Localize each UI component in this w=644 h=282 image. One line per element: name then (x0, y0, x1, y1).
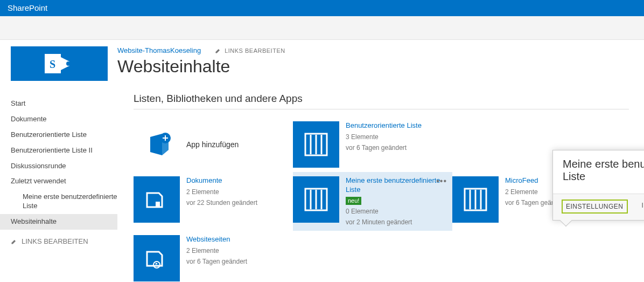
nav-item-websiteinhalte[interactable]: Websiteinhalte (0, 214, 117, 230)
new-badge: neu! (346, 197, 361, 205)
ribbon-placeholder (0, 16, 644, 40)
main-area: Website-ThomasKoeseling LINKS BEARBEITEN… (117, 40, 644, 282)
tile-dokumente[interactable]: Dokumente 2 Elemente vor 22 Stunden geän… (134, 172, 293, 231)
tile-count: 2 Elemente (186, 188, 288, 196)
library-icon (134, 176, 180, 223)
breadcrumb-site[interactable]: Website-ThomasKoeseling (117, 46, 201, 54)
callout-action-info[interactable]: INFO (639, 200, 644, 214)
nav-item-liste2[interactable]: Benutzerorientierte Liste II (11, 143, 117, 159)
left-column: S Start Dokumente Benutzerorientierte Li… (0, 40, 117, 282)
tile-count: 2 Elemente (186, 246, 288, 255)
svg-point-2 (66, 61, 71, 66)
tile-modified: vor 6 Tagen geändert (346, 143, 447, 152)
nav-item-start[interactable]: Start (11, 96, 117, 112)
topnav-edit-links[interactable]: LINKS BEARBEITEN (215, 47, 285, 54)
page-title: Websiteinhalte (117, 57, 644, 77)
nav-edit-links[interactable]: LINKS BEARBEITEN (11, 237, 117, 245)
tile-title: Websiteseiten (186, 235, 288, 244)
tile-modified: vor 2 Minuten geändert (346, 218, 447, 226)
tile-meine-liste[interactable]: ••• Meine erste benutzerdefinierte Liste… (293, 172, 452, 231)
suite-brand[interactable]: SharePoint (8, 3, 47, 12)
nav-subitem-meine-liste[interactable]: Meine erste benutzerdefinierte Liste (11, 189, 117, 214)
tile-modified: vor 22 Stunden geändert (186, 198, 288, 207)
site-logo[interactable]: S (11, 46, 108, 81)
topnav-edit-links-label: LINKS BEARBEITEN (225, 47, 285, 54)
tile-count: 3 Elemente (346, 133, 447, 141)
tile-websiteseiten[interactable]: Websiteseiten 2 Elemente vor 6 Tagen geä… (134, 231, 293, 282)
callout-title: Meine erste benutzerdefinierte Liste (553, 150, 644, 194)
section-divider (134, 109, 629, 109)
sharepoint-icon: S (45, 52, 74, 75)
list-icon (452, 176, 499, 223)
nav-item-liste[interactable]: Benutzerorientierte Liste (11, 127, 117, 143)
suite-bar: SharePoint (0, 0, 644, 16)
list-icon (293, 176, 339, 223)
library-recycle-icon (134, 235, 180, 281)
list-icon (293, 121, 339, 168)
nav-item-diskussion[interactable]: Diskussionsrunde (11, 159, 117, 174)
pencil-icon (11, 238, 17, 245)
add-app-label: App hinzufügen (186, 140, 239, 149)
tile-modified: vor 6 Tagen geändert (186, 257, 288, 266)
pencil-icon (215, 47, 221, 54)
section-heading: Listen, Bibliotheken und andere Apps (134, 93, 644, 105)
tile-callout: ✕ Meine erste benutzerdefinierte Liste E… (552, 150, 644, 221)
callout-action-settings[interactable]: EINSTELLUNGEN (562, 200, 628, 214)
nav-item-dokumente[interactable]: Dokumente (11, 112, 117, 127)
tile-title: Meine erste benutzerdefinierte Liste (346, 176, 447, 195)
tile-title: Benutzerorientierte Liste (346, 121, 447, 130)
svg-text:S: S (50, 58, 55, 70)
tile-benutzerliste[interactable]: Benutzerorientierte Liste 3 Elemente vor… (293, 117, 452, 172)
tile-menu-button[interactable]: ••• (436, 176, 447, 186)
nav-item-recent[interactable]: Zuletzt verwendet (11, 174, 117, 189)
tile-title: Dokumente (186, 176, 288, 185)
quick-launch: Start Dokumente Benutzerorientierte List… (11, 96, 117, 245)
tile-count: 0 Elemente (346, 207, 447, 216)
add-app-icon (134, 121, 180, 168)
nav-edit-links-label: LINKS BEARBEITEN (22, 237, 88, 245)
tile-add-app[interactable]: App hinzufügen (134, 117, 293, 172)
